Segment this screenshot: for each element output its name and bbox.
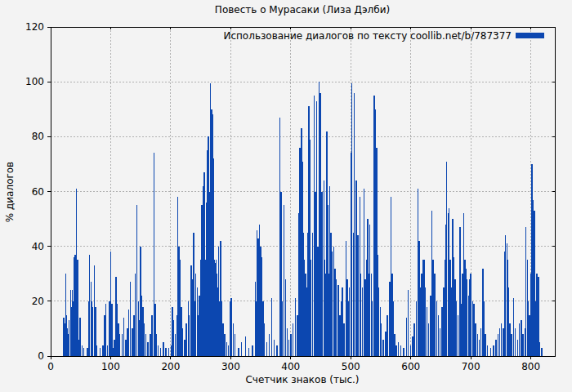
impulse [177,197,178,356]
impulse [505,235,506,356]
impulse [431,211,432,356]
impulse [141,296,142,356]
impulse [74,255,75,356]
impulse [511,334,512,356]
impulse [235,334,235,356]
impulse [110,252,111,356]
impulse [353,233,354,356]
impulse [127,328,127,356]
y-tick-label: 100 [25,76,44,87]
impulse-bars [63,82,543,356]
impulse [96,345,97,356]
impulse [184,340,185,356]
impulse [305,274,306,356]
impulse [467,279,467,356]
impulse [195,274,196,356]
impulse [452,219,453,356]
impulse [290,334,291,356]
impulse [398,342,399,356]
impulse [238,348,239,356]
impulse [64,323,65,356]
legend-label: Использование диалогов по тексту coollib… [223,30,512,42]
impulse [154,153,154,356]
impulse [257,230,257,356]
impulse [326,131,327,356]
impulse [503,328,503,356]
impulse [464,260,465,356]
impulse [371,274,372,356]
impulse [382,340,383,356]
impulse [171,345,172,356]
impulse [430,296,431,356]
impulse [472,301,473,356]
impulse [257,238,258,356]
impulse [534,211,534,356]
impulse [432,260,433,356]
impulse [76,189,77,356]
impulse [115,277,116,356]
impulse [462,274,463,356]
impulse [531,164,532,356]
impulse [173,320,174,356]
impulse [245,336,246,356]
impulse [217,287,218,356]
impulse [177,315,177,356]
impulse [438,315,439,356]
impulse [451,287,452,356]
impulse [276,345,277,356]
impulse [378,255,378,356]
impulse [66,328,67,356]
impulse [319,82,320,356]
impulse [123,318,124,356]
impulse [180,260,181,356]
chart-title: Повесть о Мурасаки (Лиза Дэлби) [215,4,390,16]
impulse [535,301,536,356]
impulse [324,180,324,356]
impulse [261,257,262,356]
impulse [279,118,280,356]
impulse [259,225,260,356]
impulse [515,328,516,356]
impulse [102,345,103,356]
impulse [369,225,370,356]
impulse [301,128,302,356]
impulse [498,334,498,356]
impulse [125,340,126,356]
impulse [443,287,444,356]
impulse [230,298,231,356]
impulse [310,140,311,356]
impulse [192,279,193,356]
impulse [389,282,390,356]
impulse [410,345,411,356]
impulse [188,301,189,356]
impulse [142,307,143,356]
impulse [479,340,480,356]
impulse [513,298,514,356]
impulse [425,287,426,356]
impulse [339,315,340,356]
impulse [328,205,328,356]
impulse [89,255,90,356]
impulse [349,287,350,356]
impulse [269,334,270,356]
impulse [303,233,304,356]
impulse [522,334,523,356]
impulse [147,342,148,356]
impulse [181,307,181,356]
impulse [507,243,507,356]
impulse [68,334,69,356]
impulse [308,106,309,356]
impulse [391,274,392,356]
impulse [329,186,330,356]
impulse [280,192,281,357]
impulse [418,241,419,356]
y-tick-label: 60 [32,186,44,198]
impulse [260,247,261,356]
impulse [456,301,457,356]
impulse [91,301,92,356]
impulse [342,287,342,356]
impulse [378,287,379,356]
impulse [299,148,300,356]
impulse [136,205,137,356]
impulse [475,323,476,356]
